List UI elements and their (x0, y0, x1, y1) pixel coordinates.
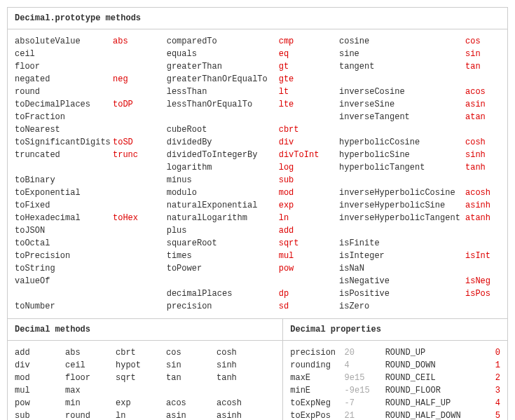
method-row: naturalLogarithmln (167, 212, 339, 224)
dp-row: toExpNeg-7ROUND_HALF_UP4 (290, 397, 500, 409)
method-alias: asinh (465, 199, 500, 212)
method-alias: dp (279, 287, 321, 300)
method-name: greaterThan (167, 60, 279, 73)
method-alias: mod (279, 187, 321, 199)
dm-cell: mod (15, 372, 65, 384)
dp-key: toExpPos (290, 409, 344, 420)
method-name: toNumber (15, 300, 113, 313)
dp-round-mode: ROUND_CEIL (385, 372, 480, 384)
dp-round-num: 4 (480, 397, 500, 409)
dp-row: minE-9e15ROUND_FLOOR3 (290, 384, 500, 397)
dp-key: minE (290, 384, 344, 397)
method-name: isFinite (339, 237, 465, 250)
dm-cell: asin (166, 409, 217, 420)
method-name: floor (15, 60, 113, 73)
method-row: toJSON (15, 224, 167, 237)
method-row: negatedneg (15, 73, 167, 86)
dp-round-num: 0 (480, 346, 500, 359)
method-name: equals (167, 48, 279, 60)
method-alias: sqrt (279, 237, 321, 250)
method-name: lessThanOrEqualTo (167, 98, 279, 111)
method-row: lessThanlt (167, 86, 339, 98)
method-row: floor (15, 60, 167, 73)
method-alias: add (279, 224, 321, 237)
proto-col-1: absoluteValueabsceilfloornegatedneground… (15, 35, 167, 313)
method-name: isNaN (339, 262, 465, 275)
dp-row: precision20ROUND_UP0 (290, 346, 500, 359)
method-row: modulomod (167, 187, 339, 199)
method-row: isIntegerisInt (339, 250, 500, 262)
dm-row: mulmax (15, 384, 275, 397)
method-alias (465, 123, 500, 136)
method-alias: atan (465, 111, 500, 123)
method-alias (113, 262, 148, 275)
method-name: decimalPlaces (167, 287, 279, 300)
method-alias: cosh (465, 136, 500, 149)
dm-cell: cos (166, 346, 217, 359)
method-alias: tanh (465, 161, 500, 174)
method-row: decimalPlacesdp (167, 287, 339, 300)
dm-cell: div (15, 359, 65, 372)
method-row: toPowerpow (167, 262, 339, 275)
method-row (167, 111, 339, 123)
dm-cell (166, 384, 217, 397)
dm-row: powminexpacosacosh (15, 397, 275, 409)
method-row: inverseCosineacos (339, 86, 500, 98)
method-name: inverseTangent (339, 111, 465, 123)
method-name: logarithm (167, 161, 279, 174)
method-name: isPositive (339, 287, 465, 300)
method-row: ceil (15, 48, 167, 60)
method-name: inverseHyperbolicCosine (339, 187, 465, 199)
method-row (339, 73, 500, 86)
proto-col-2: comparedTocmpequalseqgreaterThangtgreate… (167, 35, 339, 313)
method-row: toSignificantDigitstoSD (15, 136, 167, 149)
method-alias: atanh (465, 212, 500, 224)
dm-cell: abs (65, 346, 116, 359)
dm-cell: floor (65, 372, 116, 384)
dp-row: maxE9e15ROUND_CEIL2 (290, 372, 500, 384)
method-name: inverseCosine (339, 86, 465, 98)
dp-value: 20 (345, 346, 385, 359)
dm-cell: add (15, 346, 65, 359)
method-row: round (15, 86, 167, 98)
method-name (339, 174, 465, 187)
method-row: isNegativeisNeg (339, 275, 500, 287)
dp-round-num: 1 (480, 359, 500, 372)
prototype-methods-panel: Decimal.prototype methods absoluteValuea… (7, 7, 508, 319)
method-row: dividedBydiv (167, 136, 339, 149)
method-name: valueOf (15, 275, 113, 287)
method-name: naturalLogarithm (167, 212, 279, 224)
method-row: cubeRootcbrt (167, 123, 339, 136)
method-name: toNearest (15, 123, 113, 136)
method-name: toExponential (15, 187, 113, 199)
method-name: greaterThanOrEqualTo (167, 73, 279, 86)
method-row (339, 224, 500, 237)
method-alias (113, 86, 148, 98)
method-alias: acos (465, 86, 500, 98)
method-name: hyperbolicSine (339, 149, 465, 161)
dp-value: -9e15 (345, 384, 385, 397)
method-row (167, 275, 339, 287)
method-row: toNumber (15, 300, 167, 313)
method-alias: toSD (113, 136, 148, 149)
dp-round-num: 3 (480, 384, 500, 397)
method-row: comparedTocmp (167, 35, 339, 48)
dp-value: 21 (345, 409, 385, 420)
dp-row: rounding4ROUND_DOWN1 (290, 359, 500, 372)
method-alias: isPos (465, 287, 500, 300)
method-alias: lte (279, 98, 321, 111)
method-name: toFraction (15, 111, 113, 123)
method-alias (113, 250, 148, 262)
method-name: precision (167, 300, 279, 313)
method-name: toString (15, 262, 113, 275)
method-name: inverseHyperbolicTangent (339, 212, 465, 224)
method-name (339, 73, 465, 86)
dm-cell: round (65, 409, 116, 420)
method-alias: toHex (113, 212, 148, 224)
method-name (167, 275, 279, 287)
method-name: truncated (15, 149, 113, 161)
method-name: squareRoot (167, 237, 279, 250)
method-row: toOctal (15, 237, 167, 250)
dp-round-mode: ROUND_FLOOR (385, 384, 480, 397)
method-alias: trunc (113, 149, 148, 161)
